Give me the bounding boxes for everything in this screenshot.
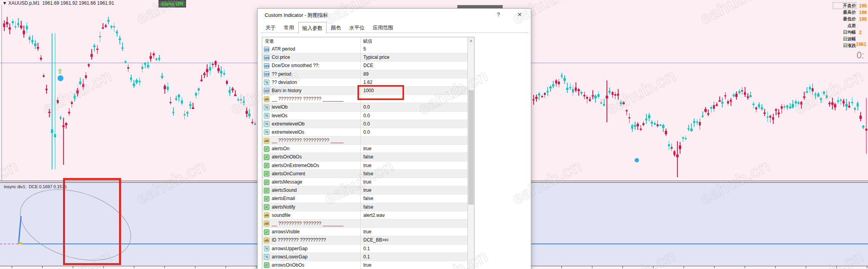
param-row[interactable]: ✓alertsOnExtremeObOstrue [262, 162, 467, 170]
param-value[interactable]: 0.1 [360, 245, 467, 253]
candle-body [231, 89, 233, 90]
candle-wick [170, 97, 171, 105]
candle-body [538, 94, 540, 95]
param-row[interactable]: 123?? period89 [262, 70, 467, 78]
bool-type-icon: ✓ [264, 171, 269, 176]
param-value[interactable]: false [360, 194, 467, 203]
tab-6[interactable]: 应用范围 [369, 22, 397, 33]
param-value[interactable]: false [360, 203, 467, 211]
param-value[interactable]: true [360, 261, 467, 269]
param-value[interactable]: true [360, 162, 467, 170]
candle-body [164, 86, 166, 89]
dialog-close-button[interactable]: ✕ [514, 10, 525, 19]
dialog-tab-bar: 关于常用输入参数颜色水平位应用范围 [262, 23, 397, 33]
param-label: alertsOnCurrent [272, 170, 359, 178]
param-value[interactable]: 0.0 [360, 128, 467, 136]
tab-1[interactable]: 关于 [262, 22, 280, 33]
param-label: ?? period [272, 70, 359, 78]
param-row[interactable]: ab__ ????????? ??????? ________ [262, 220, 467, 228]
candle-body [803, 96, 805, 98]
bool-type-icon: ✓ [264, 204, 269, 210]
param-value[interactable]: DCE [360, 62, 467, 70]
param-value[interactable]: true [360, 178, 467, 186]
param-value[interactable]: true [360, 145, 467, 153]
param-row[interactable]: ✓alertsSoundtrue [262, 186, 467, 194]
param-row[interactable]: ✓arrowsVisibletrue [262, 228, 467, 236]
param-value[interactable]: false [360, 170, 467, 178]
param-row[interactable]: 123Cci priceTypical price [262, 53, 467, 62]
param-row[interactable]: ✓alertsOnCurrentfalse [262, 170, 467, 178]
param-value[interactable] [360, 136, 467, 145]
candle-body [234, 95, 236, 96]
candle-body [544, 93, 546, 95]
tab-2[interactable]: 常用 [280, 22, 298, 33]
param-value[interactable]: 0.0 [360, 112, 467, 120]
param-row[interactable]: ✓alertsEmailfalse [262, 194, 467, 203]
candle-body [37, 47, 39, 49]
candle-body [580, 92, 582, 94]
candle-body [744, 92, 746, 95]
time-tick [592, 266, 592, 268]
param-value[interactable]: DCE_BB>i< [360, 236, 467, 244]
candle-body [243, 101, 245, 103]
quote-legend-label: 日波幅 [833, 36, 856, 42]
param-row[interactable]: 123ATR period5 [262, 45, 467, 53]
param-row[interactable]: 123Dce/Dce smoothed ??:DCE [262, 62, 467, 70]
quote-legend-row: 日均幅2 [833, 29, 867, 36]
param-row[interactable]: ✓alertsOntrue [262, 145, 467, 153]
param-row[interactable]: ½levelOs0.0 [262, 112, 467, 120]
candle-body [612, 92, 614, 95]
param-label: ?? deviation [272, 78, 359, 87]
param-value[interactable]: 5 [360, 45, 467, 53]
param-label: extremelevelOs [272, 128, 359, 136]
param-value[interactable]: 0.0 [360, 103, 467, 111]
table-scrollbar[interactable]: ∧ [467, 37, 474, 269]
candle-body [758, 104, 760, 107]
param-row[interactable]: absoundfilealert2.wav [262, 211, 467, 220]
candle-body [189, 104, 191, 106]
candle-body [167, 87, 169, 90]
dialog-help-button[interactable]: ? [493, 10, 504, 19]
param-row[interactable]: ✓arrowsOnObOstrue [262, 261, 467, 269]
param-value[interactable]: 0.0 [360, 120, 467, 128]
param-value[interactable]: alert2.wav [360, 211, 467, 220]
param-row[interactable]: ✓alertsNotifyfalse [262, 203, 467, 211]
param-value[interactable]: false [360, 153, 467, 161]
param-label: alertsOnObOs [272, 153, 359, 161]
param-row[interactable]: ½levelOb0.0 [262, 103, 467, 111]
param-row[interactable]: ½extremelevelOs0.0 [262, 128, 467, 136]
scrollbar-up-arrow[interactable]: ∧ [468, 37, 474, 45]
candle-body [606, 96, 608, 98]
bool-type-icon: ✓ [264, 180, 269, 185]
candle-body [851, 102, 853, 104]
tab-4[interactable]: 颜色 [327, 22, 345, 33]
param-value[interactable] [360, 220, 467, 228]
candle-body [184, 114, 186, 116]
dialog-titlebar[interactable]: Custom Indicator - 附图指标 ? ✕ [258, 9, 531, 20]
param-value[interactable]: Typical price [360, 53, 467, 62]
param-value[interactable]: 89 [360, 70, 467, 78]
param-value[interactable]: 0.1 [360, 253, 467, 261]
candle-body [561, 75, 563, 77]
candle-body [651, 122, 653, 124]
param-value[interactable]: true [360, 228, 467, 236]
param-row[interactable]: ✓alertsMessagetrue [262, 178, 467, 186]
scrollbar-thumb[interactable] [468, 90, 474, 205]
candle-body [823, 91, 825, 94]
param-row[interactable]: ✓alertsOnObOsfalse [262, 153, 467, 161]
param-row[interactable]: ab__ ????????? ?????????? _____ [262, 136, 467, 145]
tab-5[interactable]: 水平位 [345, 22, 368, 33]
param-value[interactable]: true [360, 186, 467, 194]
quote-legend-row: 点差 [833, 22, 867, 29]
candle-body [631, 125, 633, 128]
param-row[interactable]: abID ???????? ??????????DCE_BB>i< [262, 236, 467, 244]
candle-body [99, 36, 101, 38]
candle-body [704, 109, 706, 111]
candle-body [583, 95, 585, 96]
kama-status-badge[interactable]: kama ON [159, 0, 186, 7]
param-row[interactable]: ½extremelevelOb0.0 [262, 120, 467, 128]
param-row[interactable]: ½arrowsLowerGap0.1 [262, 253, 467, 261]
candle-body [688, 128, 689, 130]
param-row[interactable]: ½arrowsUpperGap0.1 [262, 245, 467, 253]
tab-3[interactable]: 输入参数 [298, 22, 327, 33]
